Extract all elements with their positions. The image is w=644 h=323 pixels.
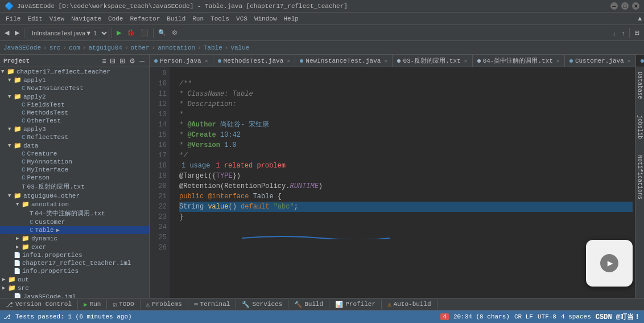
minimize-button[interactable]: ─ <box>610 2 618 10</box>
tab-methodstest[interactable]: MethodsTest.java ✕ <box>213 55 296 67</box>
nav-atguigu04[interactable]: atguigu04 <box>88 44 122 51</box>
back-button[interactable]: ◀ <box>2 27 11 39</box>
menu-help[interactable]: Help <box>280 14 302 23</box>
tab-todo[interactable]: ☑ TODO <box>107 300 140 309</box>
tab-notifications[interactable]: Notifications <box>637 153 643 202</box>
settings-button[interactable]: ⚙ <box>170 27 180 39</box>
menu-vcs[interactable]: VCS <box>233 14 251 23</box>
list-item[interactable]: C OtherTest <box>0 117 149 125</box>
menu-run[interactable]: Run <box>189 14 207 23</box>
nav-src[interactable]: src <box>49 44 61 51</box>
git-push-button[interactable]: ↑ <box>620 27 628 39</box>
tab-newinstancetest[interactable]: NewInstanceTest.java ✕ <box>295 55 393 67</box>
play-button[interactable]: ▶ <box>600 254 618 272</box>
tab-annotation-txt[interactable]: 04-类中注解的调用.txt ✕ <box>473 55 565 67</box>
nav-table[interactable]: Table <box>204 44 222 51</box>
menu-edit[interactable]: Edit <box>24 14 46 23</box>
tab-auto-build[interactable]: ⚠ Auto-build <box>382 300 437 309</box>
list-item[interactable]: C NewInstanceTest <box>0 84 149 92</box>
nav-sep6: › <box>197 44 201 51</box>
menu-build[interactable]: Build <box>163 14 189 23</box>
list-item[interactable]: C Customer <box>0 218 149 226</box>
profiler-icon: 📊 <box>335 301 343 308</box>
list-item[interactable]: C FieldsTest <box>0 101 149 109</box>
code-content[interactable]: /** * ClassName: Table * Description: * … <box>175 67 637 298</box>
tab-build[interactable]: 🔨 Build <box>288 300 329 309</box>
sidebar-icon-1[interactable]: ≡ <box>101 56 107 66</box>
list-item[interactable]: C MethodsTest <box>0 109 149 117</box>
tab-terminal[interactable]: ⌨ Terminal <box>188 300 236 309</box>
list-item[interactable]: ▼ 📁 atguigu04.other <box>0 191 149 200</box>
git-update-button[interactable]: ↓ <box>610 27 618 39</box>
forward-button[interactable]: ▶ <box>13 27 22 39</box>
line-col: 20:34 (8 chars) <box>453 313 510 320</box>
menu-code[interactable]: Code <box>105 14 126 23</box>
services-icon: 🔧 <box>242 301 250 308</box>
list-item[interactable]: ▶ 📁 src <box>0 284 149 292</box>
list-item[interactable]: C ReflectTest <box>0 133 149 141</box>
list-item[interactable]: 📄 JavaSECode.iml <box>0 292 149 298</box>
tab-table[interactable]: Table.java ✕ <box>636 55 644 67</box>
nav-javasecode[interactable]: JavaSECode <box>3 44 41 51</box>
menu-window[interactable]: Window <box>251 14 280 23</box>
code-line-20: @Retention(RetentionPolicy.RUNTIME) <box>179 181 633 191</box>
list-item[interactable]: ▶ 📁 out <box>0 275 149 284</box>
nav-annotation[interactable]: annotation <box>158 44 195 51</box>
run-config-dropdown[interactable]: InInstanceTest.java▼ 1 <box>27 27 109 39</box>
tab-problems[interactable]: ⚠ Problems <box>141 300 188 309</box>
list-item[interactable]: C Creature <box>0 150 149 158</box>
tab-customer[interactable]: Customer.java ✕ <box>565 55 636 67</box>
list-item[interactable]: 📄 chapter17_reflect_teacher.iml <box>0 259 149 267</box>
tab-version-control[interactable]: ⎇ Version Control <box>0 300 78 309</box>
nav-other[interactable]: other <box>131 44 150 51</box>
video-thumbnail[interactable]: ▶ <box>586 240 633 287</box>
tab-database[interactable]: Database <box>637 69 643 101</box>
list-item[interactable]: C Person <box>0 174 149 182</box>
tab-jobslib[interactable]: jobslib <box>637 113 643 141</box>
maximize-button[interactable]: □ <box>621 2 629 10</box>
list-item[interactable]: ▶ 📁 dynamic <box>0 234 149 243</box>
tab-services[interactable]: 🔧 Services <box>236 300 288 309</box>
sidebar-hide-button[interactable]: ─ <box>138 56 146 66</box>
list-item[interactable]: ▼ 📁 apply2 <box>0 92 149 101</box>
tab-person[interactable]: Person.java ✕ <box>150 55 213 67</box>
sidebar-title: Project <box>3 58 30 64</box>
menu-navigate[interactable]: Navigate <box>68 14 105 23</box>
layout-button[interactable]: ⊞ <box>632 27 642 39</box>
menu-refactor[interactable]: Refactor <box>126 14 163 23</box>
menu-file[interactable]: File <box>2 14 24 23</box>
list-item[interactable]: C MyInterface <box>0 166 149 174</box>
usage-count[interactable]: 1 usage <box>181 161 210 171</box>
list-item[interactable]: ▼ 📁 data <box>0 141 149 150</box>
debug-button[interactable]: 🐞 <box>125 27 137 39</box>
tab-reflect-txt[interactable]: 03-反射的应用.txt ✕ <box>393 55 472 67</box>
close-button[interactable]: ✕ <box>632 2 639 10</box>
list-item[interactable]: 📄 info.properties <box>0 267 149 275</box>
stop-button[interactable]: ⬛ <box>138 27 151 39</box>
menu-tools[interactable]: Tools <box>207 14 233 23</box>
tab-profiler[interactable]: 📊 Profiler <box>329 300 382 309</box>
toolbar-right-icons: ▲ <box>638 15 642 22</box>
tab-run[interactable]: ▶ Run <box>78 300 107 309</box>
list-item[interactable]: ▼ 📁 annotation <box>0 200 149 208</box>
sidebar-icon-2[interactable]: ⊟ <box>109 56 117 66</box>
sidebar-icon-3[interactable]: ⊞ <box>118 56 126 66</box>
list-item[interactable]: T 04-类中注解的调用.txt <box>0 208 149 218</box>
menu-view[interactable]: View <box>46 14 68 23</box>
list-item[interactable]: ▼ 📁 apply1 <box>0 76 149 84</box>
nav-value[interactable]: value <box>230 44 249 51</box>
list-item[interactable]: 📄 info1.properties <box>0 251 149 259</box>
list-item[interactable]: T 03-反射的应用.txt <box>0 182 149 191</box>
code-area: 9 10 11 12 13 14 15 16 17 18 19 20 21 22… <box>150 67 644 298</box>
sidebar-icon-4[interactable]: ⚙ <box>128 56 137 66</box>
nav-com[interactable]: com <box>69 44 80 51</box>
tree-label: annotation <box>31 201 69 208</box>
run-button[interactable]: ▶ <box>114 27 123 39</box>
tree-root[interactable]: ▼ 📁 chapter17_reflect_teacher <box>0 67 149 76</box>
list-item[interactable]: ▶ 📁 exer <box>0 243 149 251</box>
search-everywhere-button[interactable]: 🔍 <box>156 27 168 39</box>
sidebar-item-table[interactable]: C Table ▶ <box>0 226 149 234</box>
list-item[interactable]: ▼ 📁 apply3 <box>0 125 149 133</box>
list-item[interactable]: C MyAnnotation <box>0 158 149 166</box>
tree-label: chapter17_reflect_teacher.iml <box>22 260 131 267</box>
